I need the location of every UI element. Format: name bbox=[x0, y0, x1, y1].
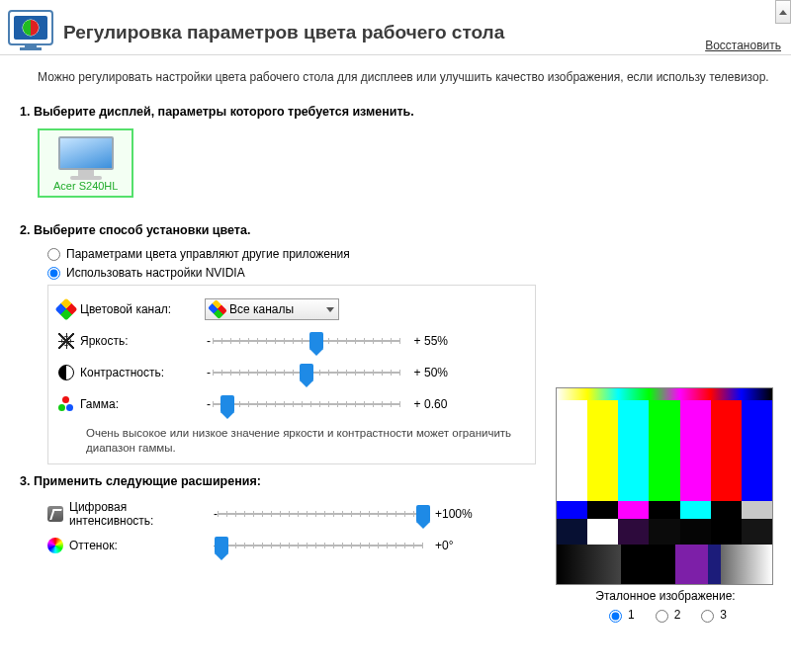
contrast-icon bbox=[58, 365, 74, 380]
ref-radio-1[interactable]: 1 bbox=[604, 607, 635, 623]
dvib-slider[interactable] bbox=[218, 505, 423, 523]
hue-value: 0° bbox=[442, 539, 453, 552]
dvib-label: Цифровая интенсивность: bbox=[69, 500, 214, 528]
channel-label: Цветовой канал: bbox=[80, 302, 171, 316]
gamma-slider[interactable] bbox=[213, 395, 400, 413]
channel-icon bbox=[55, 298, 78, 321]
dvib-value: 100% bbox=[442, 507, 473, 521]
row-channel: Цветовой канал: Все каналы bbox=[58, 294, 525, 325]
brightness-label: Яркость: bbox=[80, 334, 128, 348]
test-pattern-image bbox=[556, 387, 773, 585]
svg-rect-4 bbox=[20, 47, 42, 50]
gamma-label: Гамма: bbox=[80, 397, 119, 411]
step2-title: 2. Выберите способ установки цвета. bbox=[20, 223, 769, 237]
chevron-down-icon bbox=[326, 307, 334, 312]
ref-radio-2[interactable]: 2 bbox=[651, 607, 681, 623]
row-gamma: Гамма: - + 0.60 bbox=[58, 388, 525, 420]
brightness-slider[interactable] bbox=[213, 332, 400, 350]
hue-icon bbox=[47, 538, 63, 553]
svg-rect-3 bbox=[25, 44, 37, 47]
row-contrast: Контрастность: - + 50% bbox=[58, 357, 525, 388]
channel-dropdown[interactable]: Все каналы bbox=[205, 298, 339, 320]
color-settings-panel: Цветовой канал: Все каналы Яркость: - + bbox=[47, 285, 536, 464]
gamma-hint: Очень высокое или низкое значение яркост… bbox=[86, 426, 525, 456]
gamma-icon bbox=[58, 396, 74, 412]
radio-other-apps-label: Параметрами цвета управляют другие прило… bbox=[66, 247, 350, 261]
intro-text: Можно регулировать настройки цвета рабоч… bbox=[38, 69, 769, 85]
radio-nvidia-label: Использовать настройки NVIDIA bbox=[66, 266, 245, 280]
hue-slider[interactable] bbox=[218, 537, 423, 554]
monitor-icon bbox=[58, 136, 114, 178]
step1-title: 1. Выберите дисплей, параметры которого … bbox=[20, 105, 769, 119]
brightness-value: 55% bbox=[424, 334, 468, 348]
radio-nvidia-input[interactable] bbox=[47, 267, 60, 280]
radio-other-apps-input[interactable] bbox=[47, 248, 60, 261]
reference-caption: Эталонное изображение: bbox=[556, 589, 775, 603]
page-header: Регулировка параметров цвета рабочего ст… bbox=[0, 0, 791, 55]
radio-other-apps[interactable]: Параметрами цвета управляют другие прило… bbox=[47, 247, 769, 261]
brightness-icon bbox=[58, 333, 74, 349]
nvidia-logo-icon bbox=[8, 10, 53, 51]
reference-radio-group: 1 2 3 bbox=[556, 607, 775, 623]
contrast-label: Контрастность: bbox=[80, 366, 164, 379]
row-brightness: Яркость: - + 55% bbox=[58, 325, 525, 357]
channel-dd-value: Все каналы bbox=[229, 302, 334, 316]
dvib-icon bbox=[47, 506, 63, 522]
gamma-value: 0.60 bbox=[424, 397, 468, 411]
hue-label: Оттенок: bbox=[69, 539, 118, 552]
contrast-slider[interactable] bbox=[213, 364, 400, 381]
contrast-value: 50% bbox=[424, 366, 468, 379]
display-item[interactable]: Acer S240HL bbox=[38, 128, 133, 198]
radio-nvidia[interactable]: Использовать настройки NVIDIA bbox=[47, 266, 769, 280]
page-title: Регулировка параметров цвета рабочего ст… bbox=[63, 18, 783, 43]
reference-preview: Эталонное изображение: 1 2 3 bbox=[556, 387, 775, 623]
channel-dd-icon bbox=[208, 299, 227, 319]
restore-link[interactable]: Восстановить bbox=[705, 39, 781, 52]
ref-radio-3[interactable]: 3 bbox=[696, 607, 727, 623]
display-label: Acer S240HL bbox=[53, 180, 118, 192]
